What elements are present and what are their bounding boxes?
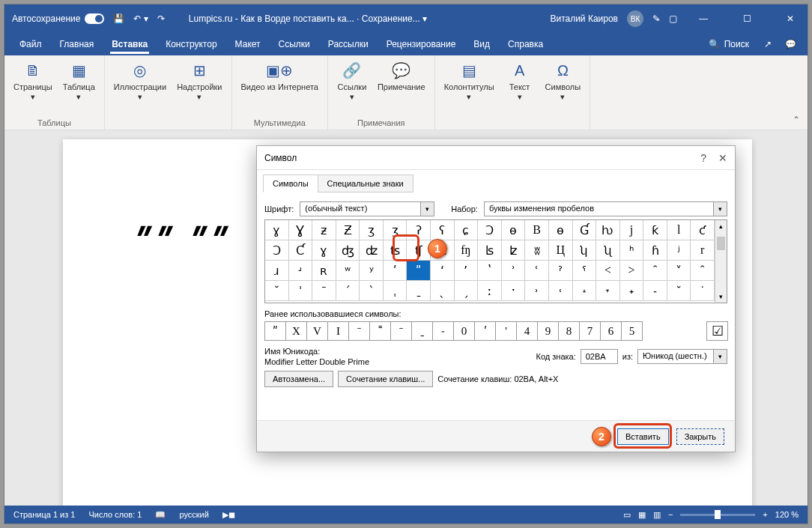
- zoom-in-icon[interactable]: +: [763, 510, 767, 519]
- symbol-cell[interactable]: ɵ: [502, 220, 526, 240]
- recent-cell[interactable]: 8: [558, 321, 580, 341]
- symbol-cell[interactable]: ʔ: [407, 220, 431, 240]
- symbol-cell[interactable]: ˒: [525, 281, 549, 301]
- symbol-cell[interactable]: ʫ: [502, 240, 526, 261]
- symbol-cell[interactable]: ˁ: [573, 261, 597, 281]
- recent-cell[interactable]: ˉ: [390, 321, 412, 341]
- symbol-cell[interactable]: ƕ: [596, 220, 620, 240]
- undo-icon[interactable]: ↶ ▾: [133, 13, 148, 24]
- dialog-close-icon[interactable]: ✕: [718, 152, 727, 164]
- view-read-icon[interactable]: ▭: [623, 510, 631, 520]
- insert-button[interactable]: Вставить: [617, 428, 669, 445]
- tab-help[interactable]: Справка: [499, 34, 552, 54]
- ribbon-links[interactable]: 🔗Ссылки▾: [333, 58, 372, 105]
- ribbon-display-icon[interactable]: ▢: [669, 13, 677, 24]
- tab-insert[interactable]: Вставка: [103, 34, 157, 54]
- ribbon-illustrations[interactable]: ◎Иллюстрации▾: [109, 58, 171, 105]
- search[interactable]: 🔍Поиск: [701, 39, 757, 49]
- symbol-cell[interactable]: ʼ: [455, 261, 479, 281]
- symbol-cell[interactable]: ɣ: [312, 240, 336, 261]
- symbol-cell[interactable]: ˕: [596, 281, 620, 301]
- symbol-cell[interactable]: ɦ: [643, 240, 667, 261]
- symbol-cell[interactable]: ˙: [691, 281, 715, 301]
- recent-cell[interactable]: 0: [453, 321, 475, 341]
- recent-cell[interactable]: V: [306, 321, 328, 341]
- recent-cell[interactable]: 9: [537, 321, 559, 341]
- symbol-cell[interactable]: ʀ: [312, 261, 336, 281]
- help-icon[interactable]: ?: [700, 152, 706, 164]
- symbol-cell[interactable]: ˆ: [643, 261, 667, 281]
- close-dialog-button[interactable]: Закрыть: [676, 428, 724, 445]
- tab-home[interactable]: Главная: [51, 34, 103, 54]
- symbol-cell[interactable]: ʻ: [431, 261, 455, 281]
- ribbon-comment[interactable]: 💬Примечание: [373, 58, 430, 105]
- recent-cell[interactable]: ☑: [706, 321, 728, 341]
- recent-cell[interactable]: ˭: [369, 321, 391, 341]
- recent-cell[interactable]: ˗: [432, 321, 454, 341]
- symbol-cell[interactable]: ʮ: [573, 240, 597, 261]
- mode-icon[interactable]: ✎̵: [652, 13, 660, 24]
- recent-cell[interactable]: ': [495, 321, 517, 341]
- symbol-cell[interactable]: <: [596, 261, 620, 281]
- ribbon-video[interactable]: ▣⊕Видео из Интернета: [237, 58, 323, 95]
- ribbon-table[interactable]: ▦Таблица▾: [58, 58, 100, 105]
- recent-cell[interactable]: ˍ: [411, 321, 433, 341]
- symbol-cell[interactable]: ˔: [573, 281, 597, 301]
- symbol-cell[interactable]: ʰ: [620, 240, 644, 261]
- symbol-cell[interactable]: ɕ: [455, 220, 479, 240]
- symbol-cell[interactable]: ʴ: [289, 261, 313, 281]
- symbol-cell[interactable]: ʪ: [478, 240, 502, 261]
- recent-cell[interactable]: X: [285, 321, 307, 341]
- symbol-cell[interactable]: ˋ: [360, 281, 384, 301]
- redo-icon[interactable]: ↷: [157, 13, 165, 24]
- share-icon[interactable]: ↗: [757, 39, 779, 49]
- symbol-cell[interactable]: ʷ: [336, 261, 360, 281]
- symbol-cell[interactable]: ˈ: [289, 281, 313, 301]
- dialog-tab-symbols[interactable]: Символы: [263, 175, 318, 192]
- symbol-cell[interactable]: ɵ: [549, 220, 573, 240]
- symbol-cell[interactable]: ƙ: [643, 220, 667, 240]
- symbol-cell[interactable]: ʣ: [360, 240, 384, 261]
- tab-layout[interactable]: Макет: [226, 34, 270, 54]
- symbol-cell[interactable]: ˊ: [336, 281, 360, 301]
- symbol-cell[interactable]: ˑ: [502, 281, 526, 301]
- ribbon-pages[interactable]: 🗎Страницы▾: [9, 58, 57, 105]
- minimize-button[interactable]: —: [686, 4, 721, 33]
- save-icon[interactable]: 💾: [113, 13, 124, 24]
- tab-design[interactable]: Конструктор: [157, 34, 225, 54]
- symbol-cell[interactable]: ˘: [667, 281, 691, 301]
- ribbon-symbols[interactable]: ΩСимволы▾: [541, 58, 586, 105]
- recent-cell[interactable]: ʹ: [474, 321, 496, 341]
- symbol-cell[interactable]: ˆ: [691, 261, 715, 281]
- symbol-cell[interactable]: ˇ: [265, 281, 289, 301]
- status-lang[interactable]: русский: [179, 510, 208, 519]
- autocorrect-button[interactable]: Автозамена...: [264, 371, 333, 387]
- symbol-cell[interactable]: l: [667, 220, 691, 240]
- from-combo[interactable]: Юникод (шестн.)▾: [637, 349, 727, 364]
- autosave-toggle[interactable]: [85, 13, 104, 24]
- symbol-cell[interactable]: ɹ: [265, 261, 289, 281]
- zoom-slider[interactable]: [680, 514, 755, 516]
- ribbon-text[interactable]: AТекст▾: [500, 58, 539, 105]
- status-page[interactable]: Страница 1 из 1: [13, 510, 75, 519]
- status-words[interactable]: Число слов: 1: [88, 510, 142, 519]
- symbol-cell[interactable]: ʒ: [360, 220, 384, 240]
- zoom-level[interactable]: 120 %: [775, 510, 799, 519]
- symbol-cell[interactable]: ˀ: [549, 261, 573, 281]
- tab-file[interactable]: Файл: [10, 34, 51, 54]
- recent-cell[interactable]: 6: [600, 321, 622, 341]
- symbol-cell[interactable]: ʽ: [478, 261, 502, 281]
- symbol-cell[interactable]: B: [525, 220, 549, 240]
- close-button[interactable]: ✕: [773, 4, 808, 33]
- symbol-cell[interactable]: ˖: [620, 281, 644, 301]
- symbol-cell[interactable]: ƶ: [312, 220, 336, 240]
- symbol-cell[interactable]: ʿ: [525, 261, 549, 281]
- recent-cell[interactable]: ˉ: [348, 321, 370, 341]
- tab-view[interactable]: Вид: [464, 34, 499, 54]
- view-print-icon[interactable]: ▦: [638, 510, 646, 520]
- view-web-icon[interactable]: ▥: [653, 510, 661, 520]
- ribbon-addins[interactable]: ⊞Надстройки▾: [172, 58, 226, 105]
- symbol-cell[interactable]: ˉ: [312, 281, 336, 301]
- symbol-cell[interactable]: ˏ: [455, 281, 479, 301]
- font-combo[interactable]: (обычный текст)▾: [300, 201, 434, 216]
